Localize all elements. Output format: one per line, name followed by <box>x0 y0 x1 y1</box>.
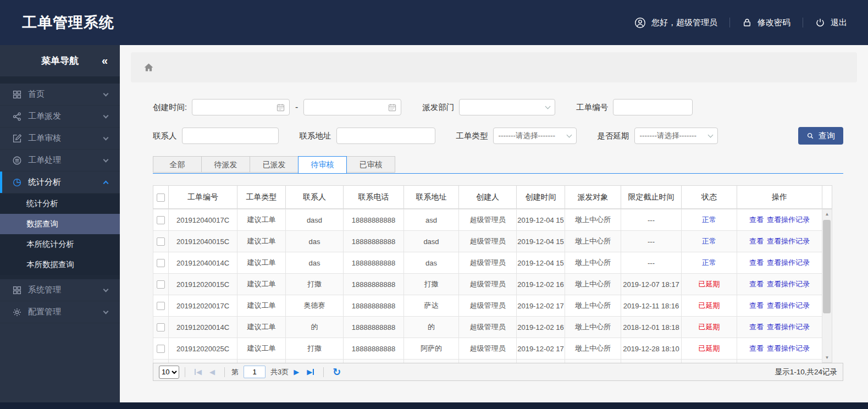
view-log-link[interactable]: 查看操作记录 <box>767 215 810 224</box>
cell-created: 2019-12-02 16 <box>517 317 565 338</box>
cell-target: 墩上中心所 <box>565 317 621 338</box>
page-input[interactable] <box>244 366 266 378</box>
sidebar-item-system[interactable]: 系统管理 <box>0 279 120 301</box>
created-end-input[interactable] <box>303 99 401 115</box>
cell-created: 2019-12-04 15 <box>517 252 565 274</box>
range-separator: - <box>295 102 298 112</box>
cell-creator: 超级管理员 <box>459 338 517 360</box>
process-icon <box>12 155 23 165</box>
table-row: 201912020025C建议工单打撒18888888888阿萨的超级管理员20… <box>153 338 822 360</box>
cell-phone: 18888888888 <box>344 274 404 295</box>
status-badge: 已延期 <box>682 338 737 360</box>
sidebar: 菜单导航 « 首页 工单派发 <box>0 45 120 409</box>
cell-deadline: 2019-12-28 18:10 <box>621 338 682 360</box>
cell-address: dasd <box>404 231 459 252</box>
prev-page-button[interactable]: ◀ <box>209 368 215 376</box>
sidebar-item-process[interactable]: 工单处理 <box>0 150 120 172</box>
row-checkbox[interactable] <box>157 302 165 310</box>
tab-to-review[interactable]: 待审核 <box>298 156 347 174</box>
view-link[interactable]: 查看 <box>749 280 764 288</box>
row-checkbox[interactable] <box>157 323 165 331</box>
submenu-item-local-data-query[interactable]: 本所数据查询 <box>0 255 120 275</box>
scroll-down-button[interactable]: ▼ <box>822 353 832 362</box>
gear-icon <box>12 307 23 317</box>
column-header: 状态 <box>682 186 737 209</box>
tab-dispatched[interactable]: 已派发 <box>250 156 298 173</box>
refresh-button[interactable]: ↻ <box>333 366 341 378</box>
dept-select[interactable] <box>459 99 555 115</box>
scroll-up-button[interactable]: ▲ <box>822 209 832 219</box>
cell-deadline: 2018-12-01 18:18 <box>621 317 682 338</box>
cell-contact: dasd <box>286 209 344 231</box>
cell-creator: 超级管理员 <box>459 295 517 317</box>
row-checkbox[interactable] <box>157 345 165 353</box>
tab-to-dispatch[interactable]: 待派发 <box>201 156 250 173</box>
view-log-link[interactable]: 查看操作记录 <box>767 323 810 331</box>
power-icon <box>815 18 825 27</box>
cell-phone: 18888888888 <box>344 252 404 274</box>
top-bar: 工单管理系统 您好，超级管理员 修改密码 退出 <box>0 0 868 45</box>
logout-button[interactable]: 退出 <box>815 18 847 28</box>
view-log-link[interactable]: 查看操作记录 <box>767 301 810 309</box>
tab-all[interactable]: 全部 <box>153 156 202 173</box>
first-page-button[interactable]: ◀ <box>195 368 202 376</box>
page-size-select[interactable]: 10 <box>159 366 179 379</box>
view-link[interactable]: 查看 <box>749 258 764 267</box>
view-link[interactable]: 查看 <box>749 323 764 331</box>
collapse-sidebar-button[interactable]: « <box>102 54 107 67</box>
delay-label: 是否延期 <box>598 131 629 141</box>
actions-cell: 查看查看操作记录 <box>737 317 822 338</box>
created-start-input[interactable] <box>192 99 290 115</box>
user-greeting[interactable]: 您好，超级管理员 <box>634 17 717 29</box>
tab-reviewed[interactable]: 已审核 <box>346 156 395 173</box>
divider <box>224 367 225 377</box>
cell-address: 阿萨的 <box>404 338 459 360</box>
cell-order_no: 201912020014C <box>169 317 237 338</box>
view-link[interactable]: 查看 <box>749 215 764 224</box>
order-no-input[interactable] <box>613 99 693 115</box>
select-all-checkbox[interactable] <box>157 194 165 202</box>
view-link[interactable]: 查看 <box>749 237 764 245</box>
records-summary: 显示1-10,共24记录 <box>775 367 837 377</box>
view-link[interactable]: 查看 <box>749 344 764 352</box>
cell-deadline: 2019-12-11 18:16 <box>621 295 682 317</box>
view-log-link[interactable]: 查看操作记录 <box>767 280 810 288</box>
sidebar-item-config[interactable]: 配置管理 <box>0 301 120 323</box>
divider <box>185 367 185 377</box>
home-icon[interactable] <box>143 62 154 73</box>
address-input[interactable] <box>336 128 435 144</box>
divider <box>729 18 730 27</box>
row-checkbox[interactable] <box>157 237 165 246</box>
submenu-item-data-query[interactable]: 数据查询 <box>0 214 120 234</box>
sidebar-item-statistics[interactable]: 统计分析 <box>0 172 120 194</box>
change-password-button[interactable]: 修改密码 <box>742 18 790 28</box>
cell-type: 建议工单 <box>237 338 286 360</box>
search-button[interactable]: 查询 <box>798 127 843 145</box>
sidebar-item-dispatch[interactable]: 工单派发 <box>0 106 120 128</box>
contact-input[interactable] <box>182 128 279 144</box>
actions-cell: 查看查看操作记录 <box>737 295 822 317</box>
calendar-icon[interactable] <box>276 103 285 112</box>
row-checkbox[interactable] <box>157 259 165 267</box>
submenu-item-local-statistics[interactable]: 本所统计分析 <box>0 234 120 255</box>
cell-contact: das <box>286 252 344 274</box>
sidebar-item-review[interactable]: 工单审核 <box>0 128 120 150</box>
scrollbar-thumb[interactable] <box>823 220 831 313</box>
view-link[interactable]: 查看 <box>749 301 764 309</box>
row-checkbox[interactable] <box>157 280 165 289</box>
view-log-link[interactable]: 查看操作记录 <box>767 237 810 245</box>
last-page-button[interactable]: ▶ <box>307 368 314 376</box>
view-log-link[interactable]: 查看操作记录 <box>767 258 810 267</box>
next-page-button[interactable]: ▶ <box>294 368 299 376</box>
table-row: 201912040015C建议工单das18888888888dasd超级管理员… <box>153 231 822 252</box>
sidebar-item-home[interactable]: 首页 <box>0 84 120 106</box>
view-log-link[interactable]: 查看操作记录 <box>767 344 810 352</box>
table-header: 工单编号 工单类型 联系人 联系电话 联系地址 创建人 创建时间 派发对象 限定… <box>153 185 832 209</box>
breadcrumb <box>131 52 857 82</box>
type-select[interactable]: -------请选择------- <box>493 128 577 144</box>
calendar-icon[interactable] <box>388 103 397 112</box>
submenu-item-statistics[interactable]: 统计分析 <box>0 194 120 214</box>
vertical-scrollbar[interactable]: ▲ ▼ <box>822 209 832 363</box>
delay-select[interactable]: -------请选择------- <box>634 128 718 144</box>
row-checkbox[interactable] <box>157 216 165 224</box>
